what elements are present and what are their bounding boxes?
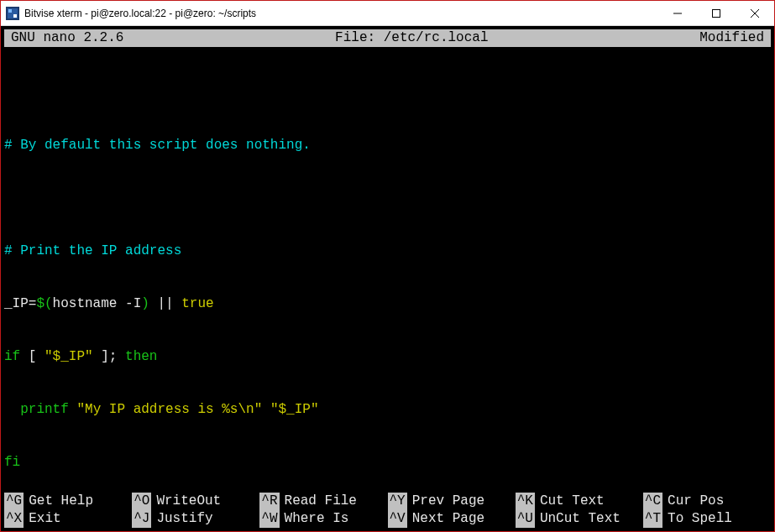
shortcut-to-spell[interactable]: ^TTo Spell bbox=[643, 510, 771, 528]
svg-rect-5 bbox=[713, 9, 720, 17]
nano-file: File: /etc/rc.local bbox=[123, 29, 699, 47]
nano-version: GNU nano 2.2.6 bbox=[6, 29, 123, 47]
minimize-button[interactable] bbox=[658, 1, 697, 25]
close-button[interactable] bbox=[736, 1, 774, 25]
shortcut-writeout[interactable]: ^OWriteOut bbox=[132, 493, 259, 510]
window-controls bbox=[658, 1, 774, 25]
editor-line: _IP=$(hostname -I) || true bbox=[4, 295, 771, 313]
nano-shortcut-bar: ^GGet Help ^OWriteOut ^RRead File ^YPrev… bbox=[4, 493, 771, 528]
shortcut-exit[interactable]: ^XExit bbox=[4, 510, 132, 528]
maximize-button[interactable] bbox=[697, 1, 736, 25]
svg-rect-3 bbox=[13, 14, 17, 18]
editor-line: # Print the IP address bbox=[4, 243, 771, 260]
shortcut-next-page[interactable]: ^VNext Page bbox=[388, 510, 516, 528]
shortcut-row: ^GGet Help ^OWriteOut ^RRead File ^YPrev… bbox=[4, 493, 771, 510]
shortcut-row: ^XExit ^JJustify ^WWhere Is ^VNext Page … bbox=[4, 510, 771, 528]
svg-rect-2 bbox=[8, 9, 12, 13]
shortcut-read-file[interactable]: ^RRead File bbox=[259, 493, 387, 510]
editor-line bbox=[4, 84, 771, 102]
shortcut-uncut-text[interactable]: ^UUnCut Text bbox=[516, 510, 643, 528]
nano-status: Modified bbox=[699, 29, 769, 47]
window-titlebar: Bitvise xterm - pi@zero.local:22 - pi@ze… bbox=[1, 1, 774, 26]
editor-line: # By default this script does nothing. bbox=[4, 137, 771, 154]
editor-line bbox=[4, 190, 771, 207]
shortcut-cur-pos[interactable]: ^CCur Pos bbox=[643, 493, 771, 510]
shortcut-where-is[interactable]: ^WWhere Is bbox=[259, 510, 387, 528]
editor-line: printf "My IP address is %s\n" "$_IP" bbox=[4, 401, 771, 419]
shortcut-get-help[interactable]: ^GGet Help bbox=[4, 493, 132, 510]
app-icon bbox=[6, 7, 19, 20]
shortcut-cut-text[interactable]: ^KCut Text bbox=[516, 493, 643, 510]
editor-content[interactable]: # By default this script does nothing. #… bbox=[1, 49, 774, 532]
nano-header: GNU nano 2.2.6 File: /etc/rc.local Modif… bbox=[4, 29, 771, 47]
window-title: Bitvise xterm - pi@zero.local:22 - pi@ze… bbox=[24, 8, 658, 19]
shortcut-justify[interactable]: ^JJustify bbox=[132, 510, 259, 528]
editor-line: fi bbox=[4, 454, 771, 472]
shortcut-prev-page[interactable]: ^YPrev Page bbox=[388, 493, 516, 510]
terminal[interactable]: GNU nano 2.2.6 File: /etc/rc.local Modif… bbox=[1, 26, 774, 531]
editor-line: if [ "$_IP" ]; then bbox=[4, 348, 771, 366]
